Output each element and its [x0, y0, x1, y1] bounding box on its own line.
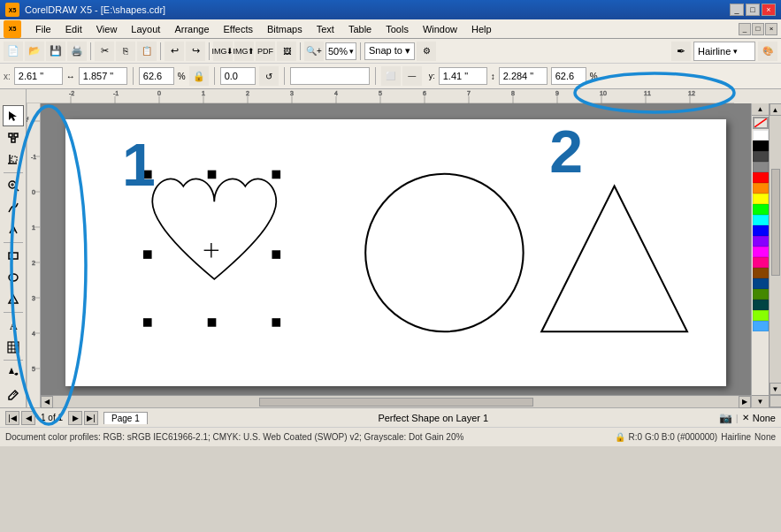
menu-view[interactable]: View	[89, 22, 125, 36]
triangle-shape[interactable]	[541, 186, 687, 332]
inner-maximize[interactable]: □	[752, 23, 764, 35]
color-orange[interactable]	[753, 183, 769, 194]
color-gray2[interactable]	[753, 162, 769, 172]
menu-file[interactable]: File	[28, 22, 58, 36]
menu-arrange[interactable]: Arrange	[167, 22, 216, 36]
menu-edit[interactable]: Edit	[58, 22, 89, 36]
vertical-scrollbar[interactable]: ▲ ▼	[769, 103, 781, 407]
color-blue[interactable]	[753, 225, 769, 236]
width-input[interactable]	[79, 67, 127, 85]
hscroll-thumb[interactable]	[259, 398, 533, 407]
hscroll-track[interactable]	[53, 396, 739, 408]
menu-table[interactable]: Table	[341, 22, 379, 36]
scroll-up-btn[interactable]: ▲	[770, 103, 782, 116]
prev-page-btn[interactable]: ◀	[21, 411, 35, 425]
color-white[interactable]	[753, 130, 769, 141]
export-button[interactable]: IMG⬆	[234, 42, 254, 61]
new-button[interactable]: 📄	[4, 42, 23, 61]
vscroll-track[interactable]	[770, 116, 782, 383]
ellipse-tool[interactable]	[3, 267, 24, 288]
color-brown[interactable]	[753, 268, 769, 278]
menu-bitmaps[interactable]: Bitmaps	[260, 22, 310, 36]
node-tool[interactable]	[3, 127, 24, 148]
menu-layout[interactable]: Layout	[124, 22, 167, 36]
bitmap-button[interactable]: 🖼	[277, 42, 296, 61]
color-lime[interactable]	[753, 310, 769, 321]
options-button[interactable]: ⚙	[417, 42, 436, 61]
selector-tool[interactable]	[3, 105, 24, 126]
scale-x-input[interactable]	[139, 67, 174, 85]
color-teal[interactable]	[753, 300, 769, 310]
zoom-in-button[interactable]: 🔍+	[304, 42, 324, 61]
rotation-input[interactable]	[220, 67, 256, 85]
circle-shape[interactable]	[365, 174, 523, 331]
color-purple[interactable]	[753, 236, 769, 247]
outline-color-button[interactable]: 🎨	[758, 42, 777, 61]
page-1-tab[interactable]: Page 1	[103, 412, 148, 424]
scroll-down-btn[interactable]: ▼	[770, 383, 782, 395]
table-tool[interactable]	[3, 337, 24, 358]
color-darkgreen[interactable]	[753, 289, 769, 300]
last-page-btn[interactable]: ▶|	[84, 411, 98, 425]
open-button[interactable]: 📂	[25, 42, 44, 61]
outline-style-button[interactable]: —	[402, 66, 422, 86]
next-page-btn[interactable]: ▶	[68, 411, 82, 425]
import-button[interactable]: IMG⬇	[213, 42, 233, 61]
color-lightblue[interactable]	[753, 321, 769, 331]
zoom-select[interactable]: 50% ▾	[325, 42, 356, 60]
palette-up-arrow[interactable]: ▲	[752, 103, 770, 116]
canvas-container[interactable]: 1 2	[41, 103, 751, 395]
menu-text[interactable]: Text	[310, 22, 341, 36]
color-red[interactable]	[753, 172, 769, 183]
menu-effects[interactable]: Effects	[217, 22, 260, 36]
height-input[interactable]	[499, 67, 547, 85]
lock-ratio-button[interactable]: 🔒	[189, 66, 209, 86]
menu-help[interactable]: Help	[464, 22, 499, 36]
eyedropper-tool[interactable]	[3, 384, 24, 406]
polygon-tool[interactable]	[3, 289, 24, 310]
horizontal-scrollbar[interactable]: ◀ ▶	[41, 395, 751, 407]
menu-tools[interactable]: Tools	[379, 22, 416, 36]
undo-button[interactable]: ↩	[165, 42, 184, 61]
scroll-right-btn[interactable]: ▶	[739, 396, 751, 408]
cut-button[interactable]: ✂	[95, 42, 114, 61]
zoom-tool[interactable]	[3, 175, 24, 196]
pen-tool[interactable]	[3, 219, 24, 240]
no-color-cell[interactable]	[753, 117, 769, 129]
rectangle-tool[interactable]	[3, 245, 24, 266]
color-cyan[interactable]	[753, 215, 769, 225]
publish-button[interactable]: PDF	[256, 42, 275, 61]
redo-button[interactable]: ↪	[186, 42, 205, 61]
inner-close[interactable]: ×	[765, 23, 777, 35]
crop-tool[interactable]	[3, 149, 24, 171]
inner-minimize[interactable]: _	[739, 23, 751, 35]
scroll-left-btn[interactable]: ◀	[41, 396, 53, 408]
x-input[interactable]	[14, 67, 63, 85]
color-darkblue[interactable]	[753, 278, 769, 289]
heart-shape[interactable]	[143, 171, 280, 327]
fill-tool[interactable]	[3, 362, 24, 384]
palette-down-arrow[interactable]: ▼	[752, 395, 770, 407]
menu-window[interactable]: Window	[416, 22, 464, 36]
outline-color-bar[interactable]	[290, 67, 370, 85]
maximize-button[interactable]: □	[746, 4, 760, 16]
copy-button[interactable]: ⎘	[116, 42, 135, 61]
first-page-btn[interactable]: |◀	[5, 411, 19, 425]
color-green[interactable]	[753, 204, 769, 215]
color-yellow[interactable]	[753, 194, 769, 204]
vscroll-thumb[interactable]	[771, 169, 780, 276]
text-tool[interactable]: A	[3, 315, 24, 336]
color-black[interactable]	[753, 141, 769, 151]
clear-transform-button[interactable]: ↺	[259, 66, 279, 86]
outline-options-button[interactable]: ⬜	[381, 66, 401, 86]
hairline-dropdown[interactable]: Hairline ▾	[693, 42, 755, 61]
close-button[interactable]: ×	[762, 4, 776, 16]
snap-dropdown[interactable]: Snap to ▾	[364, 42, 415, 60]
color-gray1[interactable]	[753, 151, 769, 162]
scale-y-input[interactable]	[551, 67, 586, 85]
print-button[interactable]: 🖨️	[67, 42, 87, 61]
minimize-button[interactable]: _	[730, 4, 744, 16]
pen-tool-button[interactable]: ✒	[671, 42, 691, 61]
save-button[interactable]: 💾	[46, 42, 65, 61]
color-magenta[interactable]	[753, 247, 769, 257]
